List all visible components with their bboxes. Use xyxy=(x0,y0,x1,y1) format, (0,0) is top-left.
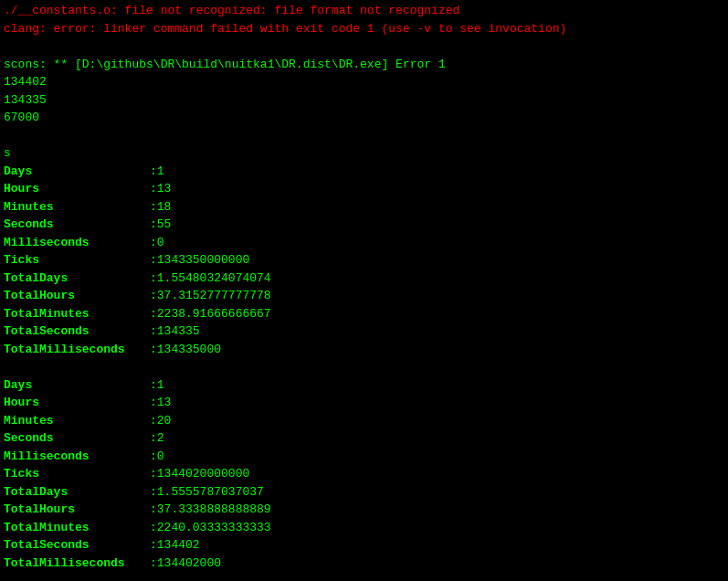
row-label: TotalMilliseconds xyxy=(4,555,150,573)
row-label: TotalSeconds xyxy=(4,536,150,555)
table-row: TotalHours: 37.3152777777778 xyxy=(4,287,724,305)
table-row: Milliseconds: 0 xyxy=(4,448,724,466)
row-value: 20 xyxy=(157,412,172,430)
table-row: Minutes: 20 xyxy=(4,412,724,430)
row-value: 13 xyxy=(157,394,172,412)
row-colon: : xyxy=(150,412,157,430)
row-colon: : xyxy=(150,287,157,305)
row-colon: : xyxy=(150,555,157,573)
table-row: TotalDays: 1.55480324074074 xyxy=(4,269,724,288)
row-colon: : xyxy=(150,163,157,181)
error-line-2: clang: error: linker command failed with… xyxy=(4,20,724,38)
row-value: 2240.03333333333 xyxy=(157,519,271,537)
num-134335: 134335 xyxy=(4,91,724,110)
row-label: TotalMinutes xyxy=(4,305,150,323)
row-value: 37.3338888888889 xyxy=(157,501,271,519)
row-label: Ticks xyxy=(4,251,150,269)
error-line-1: ./__constants.o: file not recognized: fi… xyxy=(4,2,724,20)
row-label: Seconds xyxy=(4,429,150,448)
row-value: 1 xyxy=(157,163,164,181)
table-row: TotalHours: 37.3338888888889 xyxy=(4,501,724,519)
table-row: Ticks: 1344020000000 xyxy=(4,465,724,483)
table-row: TotalMilliseconds: 134335000 xyxy=(4,341,724,359)
data-block-2: Days: 1Hours: 13Minutes: 20Seconds: 2Mil… xyxy=(4,376,724,573)
row-label: TotalMilliseconds xyxy=(4,341,150,359)
row-value: 1.55480324074074 xyxy=(157,269,271,288)
table-row: TotalSeconds: 134335 xyxy=(4,322,724,341)
row-colon: : xyxy=(150,448,157,466)
blank-1 xyxy=(4,37,724,56)
row-value: 0 xyxy=(157,234,164,252)
row-colon: : xyxy=(150,483,157,502)
row-label: Days xyxy=(4,376,150,395)
row-value: 55 xyxy=(157,216,172,234)
row-value: 1.5555787037037 xyxy=(157,483,264,502)
table-row: Hours: 13 xyxy=(4,394,724,412)
row-label: Seconds xyxy=(4,216,150,234)
table-row: Days: 1 xyxy=(4,163,724,181)
row-label: Hours xyxy=(4,394,150,412)
table-row: Ticks: 1343350000000 xyxy=(4,251,724,269)
row-colon: : xyxy=(150,216,157,234)
scons-line: scons: ** [D:\githubs\DR\build\nuitka1\D… xyxy=(4,56,724,74)
row-label: TotalSeconds xyxy=(4,322,150,341)
blank-2 xyxy=(4,127,724,145)
row-label: Days xyxy=(4,163,150,181)
table-row: TotalMinutes: 2238.91666666667 xyxy=(4,305,724,323)
row-label: Hours xyxy=(4,180,150,198)
blank-3 xyxy=(4,358,724,376)
row-label: TotalHours xyxy=(4,287,150,305)
row-colon: : xyxy=(150,536,157,555)
row-value: 134402000 xyxy=(157,555,221,573)
row-value: 1343350000000 xyxy=(157,251,249,269)
row-colon: : xyxy=(150,394,157,412)
table-row: Days: 1 xyxy=(4,376,724,395)
row-colon: : xyxy=(150,234,157,252)
table-row: Seconds: 55 xyxy=(4,216,724,234)
table-row: Minutes: 18 xyxy=(4,198,724,217)
row-label: Ticks xyxy=(4,465,150,483)
row-label: Milliseconds xyxy=(4,234,150,252)
row-value: 37.3152777777778 xyxy=(157,287,271,305)
row-value: 18 xyxy=(157,198,172,217)
row-value: 2238.91666666667 xyxy=(157,305,271,323)
blank-4 xyxy=(4,572,724,581)
row-label: TotalDays xyxy=(4,269,150,288)
row-value: 13 xyxy=(157,180,172,198)
row-value: 2 xyxy=(157,429,164,448)
num-67000: 67000 xyxy=(4,109,724,127)
table-row: Milliseconds: 0 xyxy=(4,234,724,252)
row-colon: : xyxy=(150,341,157,359)
row-colon: : xyxy=(150,251,157,269)
row-value: 134402 xyxy=(157,536,200,555)
row-value: 1 xyxy=(157,376,164,395)
table-row: Seconds: 2 xyxy=(4,429,724,448)
table-row: TotalMinutes: 2240.03333333333 xyxy=(4,519,724,537)
row-colon: : xyxy=(150,376,157,395)
row-value: 0 xyxy=(157,448,164,466)
row-colon: : xyxy=(150,322,157,341)
row-label: TotalHours xyxy=(4,501,150,519)
s-line: s xyxy=(4,144,724,163)
row-colon: : xyxy=(150,269,157,288)
row-colon: : xyxy=(150,429,157,448)
row-value: 134335000 xyxy=(157,341,221,359)
row-label: Minutes xyxy=(4,412,150,430)
row-colon: : xyxy=(150,305,157,323)
num-134402: 134402 xyxy=(4,73,724,91)
row-label: Milliseconds xyxy=(4,448,150,466)
row-colon: : xyxy=(150,501,157,519)
row-label: TotalMinutes xyxy=(4,519,150,537)
row-value: 134335 xyxy=(157,322,200,341)
table-row: TotalSeconds: 134402 xyxy=(4,536,724,555)
row-colon: : xyxy=(150,198,157,217)
row-label: TotalDays xyxy=(4,483,150,502)
row-colon: : xyxy=(150,519,157,537)
row-value: 1344020000000 xyxy=(157,465,249,483)
table-row: Hours: 13 xyxy=(4,180,724,198)
table-row: TotalMilliseconds: 134402000 xyxy=(4,555,724,573)
row-label: Minutes xyxy=(4,198,150,217)
terminal: ./__constants.o: file not recognized: fi… xyxy=(0,0,728,581)
data-block-1: Days: 1Hours: 13Minutes: 18Seconds: 55Mi… xyxy=(4,163,724,359)
row-colon: : xyxy=(150,180,157,198)
